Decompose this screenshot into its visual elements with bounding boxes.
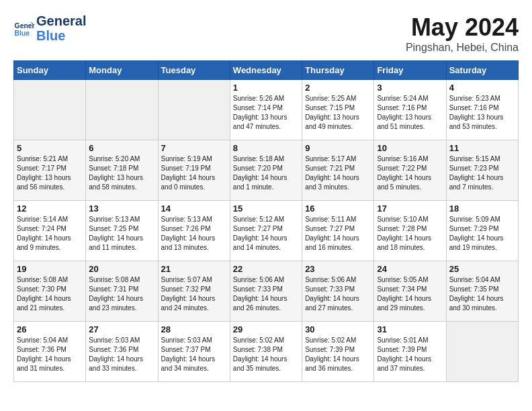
day-info: Sunrise: 5:17 AM Sunset: 7:21 PM Dayligh…	[305, 154, 371, 192]
page-header: General Blue General Blue May 2024 Pings…	[13, 13, 519, 54]
day-number: 26	[17, 324, 83, 334]
day-cell: 14Sunrise: 5:13 AM Sunset: 7:26 PM Dayli…	[158, 201, 230, 261]
day-number: 29	[233, 324, 299, 334]
day-cell: 4Sunrise: 5:23 AM Sunset: 7:16 PM Daylig…	[446, 80, 518, 140]
day-info: Sunrise: 5:15 AM Sunset: 7:23 PM Dayligh…	[449, 154, 515, 192]
day-number: 7	[161, 143, 227, 153]
day-cell: 13Sunrise: 5:13 AM Sunset: 7:25 PM Dayli…	[86, 201, 158, 261]
day-info: Sunrise: 5:25 AM Sunset: 7:15 PM Dayligh…	[305, 94, 371, 132]
day-info: Sunrise: 5:04 AM Sunset: 7:36 PM Dayligh…	[17, 336, 83, 373]
day-cell: 21Sunrise: 5:07 AM Sunset: 7:32 PM Dayli…	[158, 261, 230, 322]
day-number: 27	[89, 324, 154, 334]
header-cell-wednesday: Wednesday	[230, 61, 302, 80]
header-cell-sunday: Sunday	[14, 61, 86, 80]
calendar-header-row: SundayMondayTuesdayWednesdayThursdayFrid…	[14, 61, 519, 80]
day-info: Sunrise: 5:02 AM Sunset: 7:38 PM Dayligh…	[233, 336, 299, 373]
day-info: Sunrise: 5:02 AM Sunset: 7:39 PM Dayligh…	[305, 336, 371, 373]
day-info: Sunrise: 5:09 AM Sunset: 7:29 PM Dayligh…	[449, 215, 515, 253]
day-info: Sunrise: 5:06 AM Sunset: 7:33 PM Dayligh…	[305, 275, 371, 313]
day-info: Sunrise: 5:06 AM Sunset: 7:33 PM Dayligh…	[233, 275, 299, 313]
day-info: Sunrise: 5:04 AM Sunset: 7:35 PM Dayligh…	[449, 275, 515, 313]
week-row-2: 12Sunrise: 5:14 AM Sunset: 7:24 PM Dayli…	[14, 201, 519, 261]
page-title: May 2024	[406, 13, 519, 42]
day-cell	[158, 80, 230, 140]
day-number: 22	[233, 264, 299, 274]
day-cell: 26Sunrise: 5:04 AM Sunset: 7:36 PM Dayli…	[14, 322, 86, 382]
day-info: Sunrise: 5:07 AM Sunset: 7:32 PM Dayligh…	[161, 275, 227, 313]
day-number: 20	[89, 264, 154, 274]
day-number: 15	[233, 203, 299, 214]
day-info: Sunrise: 5:23 AM Sunset: 7:16 PM Dayligh…	[449, 94, 515, 132]
day-number: 25	[449, 264, 515, 274]
day-info: Sunrise: 5:11 AM Sunset: 7:27 PM Dayligh…	[305, 215, 371, 253]
day-cell: 11Sunrise: 5:15 AM Sunset: 7:23 PM Dayli…	[446, 140, 518, 201]
day-cell: 22Sunrise: 5:06 AM Sunset: 7:33 PM Dayli…	[230, 261, 302, 322]
page-subtitle: Pingshan, Hebei, China	[406, 42, 519, 54]
day-cell: 29Sunrise: 5:02 AM Sunset: 7:38 PM Dayli…	[230, 322, 302, 382]
day-number: 17	[377, 203, 443, 214]
day-cell: 19Sunrise: 5:08 AM Sunset: 7:30 PM Dayli…	[14, 261, 86, 322]
day-cell: 25Sunrise: 5:04 AM Sunset: 7:35 PM Dayli…	[446, 261, 518, 322]
day-info: Sunrise: 5:08 AM Sunset: 7:30 PM Dayligh…	[17, 275, 83, 313]
day-cell: 12Sunrise: 5:14 AM Sunset: 7:24 PM Dayli…	[14, 201, 86, 261]
day-cell	[14, 80, 86, 140]
day-info: Sunrise: 5:24 AM Sunset: 7:16 PM Dayligh…	[377, 94, 443, 132]
day-number: 23	[305, 264, 371, 274]
header-cell-saturday: Saturday	[446, 61, 518, 80]
calendar-body: 1Sunrise: 5:26 AM Sunset: 7:14 PM Daylig…	[14, 80, 519, 382]
day-info: Sunrise: 5:01 AM Sunset: 7:39 PM Dayligh…	[377, 336, 443, 373]
header-cell-monday: Monday	[86, 61, 158, 80]
logo-blue: Blue	[36, 28, 86, 43]
day-number: 24	[377, 264, 443, 274]
day-info: Sunrise: 5:16 AM Sunset: 7:22 PM Dayligh…	[377, 154, 443, 192]
week-row-3: 19Sunrise: 5:08 AM Sunset: 7:30 PM Dayli…	[14, 261, 519, 322]
day-cell: 24Sunrise: 5:05 AM Sunset: 7:34 PM Dayli…	[374, 261, 446, 322]
day-number: 11	[449, 143, 515, 153]
day-cell: 23Sunrise: 5:06 AM Sunset: 7:33 PM Dayli…	[302, 261, 374, 322]
day-info: Sunrise: 5:13 AM Sunset: 7:25 PM Dayligh…	[89, 215, 154, 253]
logo: General Blue General Blue	[13, 13, 86, 43]
day-number: 21	[161, 264, 227, 274]
day-number: 4	[449, 83, 515, 93]
day-cell: 16Sunrise: 5:11 AM Sunset: 7:27 PM Dayli…	[302, 201, 374, 261]
day-info: Sunrise: 5:21 AM Sunset: 7:17 PM Dayligh…	[17, 154, 83, 192]
logo-icon: General Blue	[13, 17, 35, 39]
day-info: Sunrise: 5:12 AM Sunset: 7:27 PM Dayligh…	[233, 215, 299, 253]
day-number: 31	[377, 324, 443, 334]
day-cell: 17Sunrise: 5:10 AM Sunset: 7:28 PM Dayli…	[374, 201, 446, 261]
day-number: 18	[449, 203, 515, 214]
day-cell: 31Sunrise: 5:01 AM Sunset: 7:39 PM Dayli…	[374, 322, 446, 382]
day-number: 6	[89, 143, 154, 153]
logo-general: General	[36, 13, 86, 28]
day-cell	[86, 80, 158, 140]
day-cell: 27Sunrise: 5:03 AM Sunset: 7:36 PM Dayli…	[86, 322, 158, 382]
day-info: Sunrise: 5:26 AM Sunset: 7:14 PM Dayligh…	[233, 94, 299, 132]
day-cell: 20Sunrise: 5:08 AM Sunset: 7:31 PM Dayli…	[86, 261, 158, 322]
day-cell: 30Sunrise: 5:02 AM Sunset: 7:39 PM Dayli…	[302, 322, 374, 382]
header-cell-tuesday: Tuesday	[158, 61, 230, 80]
day-number: 28	[161, 324, 227, 334]
day-number: 1	[233, 83, 299, 93]
day-number: 10	[377, 143, 443, 153]
day-cell	[446, 322, 518, 382]
day-cell: 8Sunrise: 5:18 AM Sunset: 7:20 PM Daylig…	[230, 140, 302, 201]
day-number: 8	[233, 143, 299, 153]
day-info: Sunrise: 5:18 AM Sunset: 7:20 PM Dayligh…	[233, 154, 299, 192]
day-cell: 9Sunrise: 5:17 AM Sunset: 7:21 PM Daylig…	[302, 140, 374, 201]
day-cell: 10Sunrise: 5:16 AM Sunset: 7:22 PM Dayli…	[374, 140, 446, 201]
week-row-4: 26Sunrise: 5:04 AM Sunset: 7:36 PM Dayli…	[14, 322, 519, 382]
day-info: Sunrise: 5:03 AM Sunset: 7:37 PM Dayligh…	[161, 336, 227, 373]
day-number: 19	[17, 264, 83, 274]
day-cell: 2Sunrise: 5:25 AM Sunset: 7:15 PM Daylig…	[302, 80, 374, 140]
day-cell: 5Sunrise: 5:21 AM Sunset: 7:17 PM Daylig…	[14, 140, 86, 201]
day-number: 30	[305, 324, 371, 334]
day-number: 12	[17, 203, 83, 214]
day-number: 2	[305, 83, 371, 93]
day-number: 14	[161, 203, 227, 214]
title-block: May 2024 Pingshan, Hebei, China	[406, 13, 519, 54]
day-info: Sunrise: 5:13 AM Sunset: 7:26 PM Dayligh…	[161, 215, 227, 253]
day-info: Sunrise: 5:08 AM Sunset: 7:31 PM Dayligh…	[89, 275, 154, 313]
day-number: 16	[305, 203, 371, 214]
day-cell: 7Sunrise: 5:19 AM Sunset: 7:19 PM Daylig…	[158, 140, 230, 201]
day-cell: 15Sunrise: 5:12 AM Sunset: 7:27 PM Dayli…	[230, 201, 302, 261]
